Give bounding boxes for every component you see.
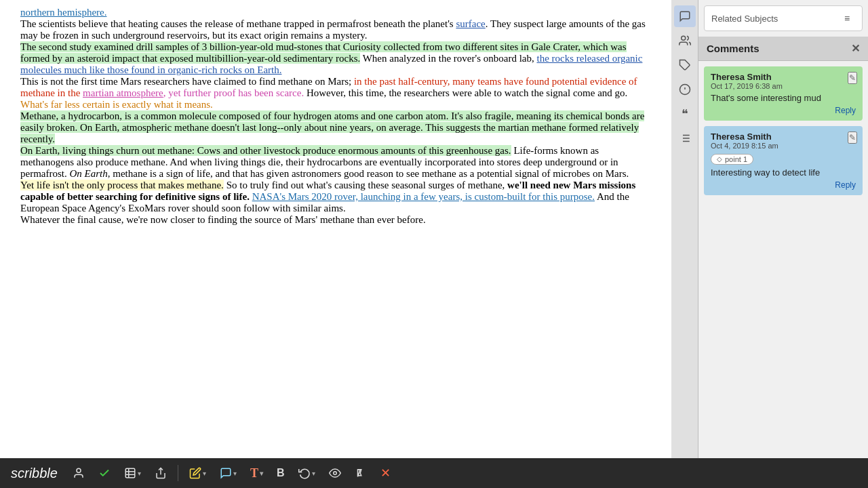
highlight-btn[interactable]: ▾ — [185, 464, 210, 482]
highlight-second-study: The second study examined drill samples … — [20, 41, 627, 64]
highlight-methane: Methane, a hydrocarbon, is a common mole… — [20, 110, 644, 144]
comment-1-author: Theresa Smith — [711, 72, 856, 82]
comments-title: Comments — [707, 43, 760, 54]
article-area: northern hemisphere. The scientists beli… — [0, 0, 671, 458]
comment-1-date: Oct 17, 2019 6:38 am — [711, 82, 856, 90]
close-btn[interactable]: ✕ — [376, 463, 395, 483]
comment-caret: ▾ — [233, 470, 237, 477]
flag-btn[interactable] — [351, 464, 371, 482]
italic-on-earth: On Earth — [69, 168, 107, 179]
paragraph-6: On Earth, living things churn out methan… — [20, 145, 651, 180]
icon-bar: ❝ — [671, 0, 698, 458]
svg-rect-15 — [125, 468, 135, 478]
list-icon-btn[interactable] — [674, 127, 696, 149]
comment-2-date: Oct 4, 2019 8:15 am — [711, 142, 856, 150]
comment-1-edit-btn[interactable]: ✎ — [848, 72, 857, 84]
library-caret: ▾ — [138, 470, 141, 477]
link-northern-hemisphere[interactable]: northern hemisphere. — [20, 7, 106, 18]
paragraph-3: The second study examined drill samples … — [20, 41, 651, 76]
toolbar-brand: scribble — [11, 466, 58, 481]
comments-close-btn[interactable]: ✕ — [851, 42, 860, 55]
text-btn[interactable]: T▾ — [246, 464, 267, 483]
comments-body: ✎ Theresa Smith Oct 17, 2019 6:38 am Tha… — [698, 61, 868, 458]
comment-1: ✎ Theresa Smith Oct 17, 2019 6:38 am Tha… — [704, 66, 863, 121]
link-surface[interactable]: surface — [456, 18, 485, 29]
right-section: ❝ Related Subjects ≡ — [671, 0, 868, 458]
main-container: northern hemisphere. The scientists beli… — [0, 0, 868, 458]
paragraph-5: Methane, a hydrocarbon, is a common mole… — [20, 110, 651, 145]
paragraph-8: Whatever the final cause, we're now clos… — [20, 214, 651, 226]
svg-point-17 — [333, 472, 336, 475]
comment-2-edit-btn[interactable]: ✎ — [848, 131, 857, 144]
share-btn[interactable] — [151, 464, 171, 482]
quote-symbol: ❝ — [682, 106, 688, 121]
highlight-earth-living: On Earth, living things churn out methan… — [20, 145, 511, 156]
link-nasa-rover[interactable]: NASA's Mars 2020 rover, launching in a f… — [252, 191, 595, 202]
highlight-pink: , yet further proof has been scarce. — [163, 87, 304, 98]
comment-2-reply-btn[interactable]: Reply — [711, 180, 856, 190]
link-martian-atmosphere[interactable]: martian atmosphere — [83, 87, 163, 98]
comment-1-reply-btn[interactable]: Reply — [711, 106, 856, 115]
text-caret: ▾ — [260, 470, 263, 477]
bold-btn[interactable]: B — [273, 464, 289, 482]
info-icon-btn[interactable] — [674, 79, 696, 100]
comment-btn[interactable]: ▾ — [216, 464, 241, 482]
paragraph-7: Yet life isn't the only process that mak… — [20, 180, 651, 214]
paragraph-4: This is not the first time Mars research… — [20, 76, 651, 110]
undo-caret: ▾ — [312, 470, 315, 477]
quote-icon-btn[interactable]: ❝ — [674, 103, 696, 125]
related-subjects-box: Related Subjects ≡ — [704, 5, 863, 31]
tag-icon-btn[interactable] — [674, 54, 696, 76]
check-btn[interactable] — [94, 464, 115, 482]
chat-icon-btn[interactable] — [674, 5, 696, 27]
comment-2: ✎ Theresa Smith Oct 4, 2019 8:15 am poin… — [704, 126, 863, 195]
comments-panel: Related Subjects ≡ Comments ✕ ✎ Theresa … — [698, 0, 868, 458]
view-btn[interactable] — [325, 464, 345, 482]
svg-point-11 — [77, 468, 81, 472]
paragraph-2: The scientists believe that heating caus… — [20, 18, 651, 41]
comment-2-tag: point 1 — [711, 154, 753, 165]
undo-btn[interactable]: ▾ — [294, 464, 319, 482]
related-subjects-menu-btn[interactable]: ≡ — [839, 10, 855, 26]
related-subjects-title: Related Subjects — [711, 14, 778, 24]
comment-1-text: That's some interesting mud — [711, 93, 856, 103]
users-icon-btn[interactable] — [674, 30, 696, 52]
paragraph-1: northern hemisphere. — [20, 7, 651, 18]
user-btn[interactable] — [68, 464, 89, 482]
highlight-orange: What's far less certain is exactly what … — [20, 99, 213, 110]
library-btn[interactable]: ▾ — [120, 464, 145, 482]
toolbar: scribble ▾ ▾ — [0, 458, 868, 488]
toolbar-divider-1 — [178, 465, 178, 481]
comment-2-text: Interesting way to detect life — [711, 167, 856, 178]
comments-header: Comments ✕ — [698, 37, 868, 61]
comment-2-author: Theresa Smith — [711, 131, 856, 142]
highlight-caret: ▾ — [203, 470, 206, 477]
highlight-yet-life: Yet life isn't the only process that mak… — [20, 180, 224, 190]
svg-point-0 — [681, 36, 685, 40]
